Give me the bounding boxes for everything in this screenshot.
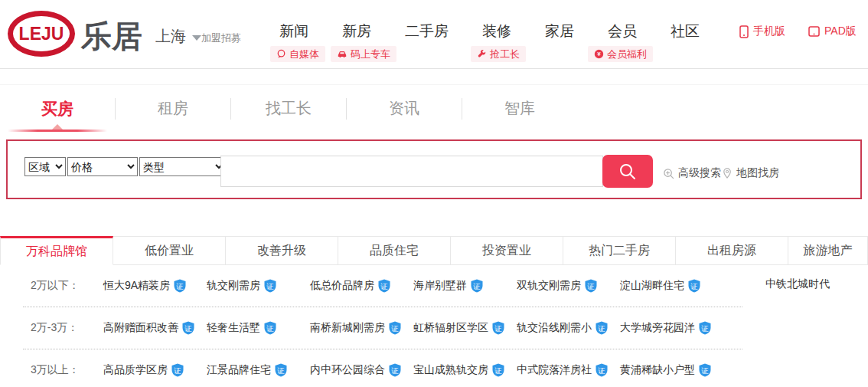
listing-name: 大学城旁花园洋 <box>620 321 695 335</box>
search-input[interactable] <box>220 156 603 187</box>
car-service-badge[interactable]: 码上专车 <box>331 46 396 62</box>
listing-link[interactable]: 轨交沿线刚需小证 <box>517 321 620 335</box>
listing-name: 虹桥辐射区学区 <box>413 321 488 335</box>
svg-text:证: 证 <box>701 324 709 333</box>
certificate-shield-icon: 证 <box>181 321 195 335</box>
nav-item-news[interactable]: 新闻 <box>279 21 308 41</box>
category-tab-hot-resale[interactable]: 热门二手房 <box>563 236 676 265</box>
listing-link[interactable]: 轨交刚需房证 <box>207 279 310 293</box>
listing-link[interactable]: 虹桥辐射区学区证 <box>413 321 517 335</box>
map-pin-icon <box>722 167 733 179</box>
chevron-down-icon <box>192 35 201 41</box>
tab-buy-home-label: 买房 <box>41 98 73 120</box>
foreman-label: 抢工长 <box>490 48 520 61</box>
nav-item-community[interactable]: 社区 <box>671 21 700 41</box>
certificate-shield-icon: 证 <box>173 279 187 293</box>
mobile-version-link[interactable]: 手机版 <box>739 25 785 38</box>
district-select[interactable]: 区域 <box>24 157 66 176</box>
listing-row-under-20k: 2万以下： 恒大9A精装房证 轨交刚需房证 低总价品牌房证 海岸别墅群证 双轨交… <box>0 265 868 307</box>
advanced-search-icon <box>663 168 674 179</box>
row-label: 3万以上： <box>31 363 103 377</box>
tab-rent[interactable]: 租房 <box>116 85 230 132</box>
listing-link[interactable]: 低总价品牌房证 <box>310 279 413 293</box>
nav-item-renovation[interactable]: 装修 <box>482 21 511 41</box>
nav-item-new-homes[interactable]: 新房 <box>342 21 371 41</box>
listing-link[interactable]: 高附赠面积改善证 <box>103 321 207 335</box>
row-items: 高品质学区房证 江景品牌住宅证 内中环公园综合证 宝山成熟轨交房证 中式院落洋房… <box>103 363 723 377</box>
city-selector[interactable]: 上海 <box>155 26 201 47</box>
tab-find-foreman-label: 找工长 <box>266 98 312 119</box>
nav-item-resale[interactable]: 二手房 <box>405 21 449 41</box>
listing-link[interactable]: 恒大9A精装房证 <box>103 279 207 293</box>
listing-name: 江景品牌住宅 <box>207 363 271 377</box>
listing-link[interactable]: 内中环公园综合证 <box>310 363 413 377</box>
row-items: 恒大9A精装房证 轨交刚需房证 低总价品牌房证 海岸别墅群证 双轨交刚需房证 淀… <box>103 279 723 293</box>
category-tab-vanke[interactable]: 万科品牌馆 <box>0 236 113 265</box>
listing-link[interactable]: 中式院落洋房社证 <box>517 363 620 377</box>
listing-name: 南桥新城刚需房 <box>310 321 385 335</box>
certificate-shield-icon: 证 <box>698 321 712 335</box>
svg-text:证: 证 <box>587 282 595 290</box>
nav-item-membership[interactable]: 会员 <box>608 21 637 41</box>
listings-section: 2万以下： 恒大9A精装房证 轨交刚需房证 低总价品牌房证 海岸别墅群证 双轨交… <box>0 265 868 387</box>
type-select[interactable]: 类型 <box>139 157 226 176</box>
listing-link[interactable]: 南桥新城刚需房证 <box>310 321 413 335</box>
brand-name: 乐居 <box>81 15 142 57</box>
category-tab-tourism[interactable]: 旅游地产 <box>788 236 868 265</box>
join-recruit-link[interactable]: 加盟招募 <box>201 31 241 45</box>
svg-text:证: 证 <box>598 366 605 375</box>
certificate-shield-icon: 证 <box>595 321 609 335</box>
self-media-badge[interactable]: 自媒体 <box>270 46 325 62</box>
svg-text:证: 证 <box>391 366 399 375</box>
advanced-search-label: 高级搜索 <box>678 166 721 180</box>
listing-link[interactable]: 海岸别墅群证 <box>413 279 517 293</box>
category-tab-upgrade[interactable]: 改善升级 <box>226 236 338 265</box>
listing-link[interactable]: 淀山湖畔住宅证 <box>620 279 723 293</box>
listing-name: 高品质学区房 <box>103 363 168 377</box>
foreman-badge[interactable]: 抢工长 <box>471 46 526 62</box>
member-benefits-label: 会员福利 <box>607 48 647 61</box>
listing-link[interactable]: 高品质学区房证 <box>103 363 207 377</box>
certificate-shield-icon: 证 <box>470 279 484 293</box>
map-search-label: 地图找房 <box>736 166 779 180</box>
svg-text:证: 证 <box>473 282 481 290</box>
listing-name: 中式院落洋房社 <box>517 363 592 377</box>
listing-link[interactable]: 轻奢生活墅证 <box>207 321 310 335</box>
side-listing-link[interactable]: 中铁北城时代 <box>765 277 830 291</box>
tab-find-foreman[interactable]: 找工长 <box>231 85 346 132</box>
svg-text:证: 证 <box>690 282 698 290</box>
category-tab-low-price[interactable]: 低价置业 <box>113 236 226 265</box>
listing-link[interactable]: 江景品牌住宅证 <box>207 363 310 377</box>
car-service-label: 码上专车 <box>351 48 390 61</box>
active-tab-underline <box>8 130 107 132</box>
self-media-label: 自媒体 <box>289 48 319 61</box>
tab-think-tank-label: 智库 <box>504 98 535 119</box>
tab-think-tank[interactable]: 智库 <box>462 85 577 132</box>
row-label: 2万以下： <box>31 279 103 293</box>
leju-logo[interactable]: LEJU <box>8 11 75 57</box>
nav-item-home-furnishing[interactable]: 家居 <box>545 21 574 41</box>
tab-info[interactable]: 资讯 <box>347 85 462 132</box>
advanced-search-link[interactable]: 高级搜索 <box>663 166 721 180</box>
member-benefits-badge[interactable]: ¥ 会员福利 <box>588 46 653 62</box>
chat-bubble-icon <box>276 49 286 59</box>
category-tab-investment[interactable]: 投资置业 <box>451 236 563 265</box>
certificate-shield-icon: 证 <box>584 279 598 293</box>
search-button[interactable] <box>602 155 653 188</box>
listing-name: 宝山成熟轨交房 <box>413 363 488 377</box>
listing-link[interactable]: 双轨交刚需房证 <box>517 279 620 293</box>
certificate-shield-icon: 证 <box>171 363 184 377</box>
listing-link[interactable]: 黄浦稀缺小户型证 <box>620 363 723 377</box>
pad-version-link[interactable]: PAD版 <box>808 25 857 38</box>
listing-link[interactable]: 大学城旁花园洋证 <box>620 321 723 335</box>
listing-link[interactable]: 宝山成熟轨交房证 <box>413 363 517 377</box>
active-tab-caret-icon <box>52 124 63 130</box>
page: LEJU 乐居 上海 加盟招募 新闻 新房 二手房 装修 家居 会员 社区 手机… <box>0 0 868 387</box>
category-tab-rental[interactable]: 出租房源 <box>676 236 788 265</box>
category-tab-quality[interactable]: 品质住宅 <box>338 236 451 265</box>
svg-text:证: 证 <box>176 282 184 290</box>
tab-buy-home[interactable]: 买房 <box>0 85 115 132</box>
price-select[interactable]: 价格 <box>67 157 138 176</box>
certificate-shield-icon: 证 <box>263 321 277 335</box>
map-search-link[interactable]: 地图找房 <box>722 166 779 180</box>
